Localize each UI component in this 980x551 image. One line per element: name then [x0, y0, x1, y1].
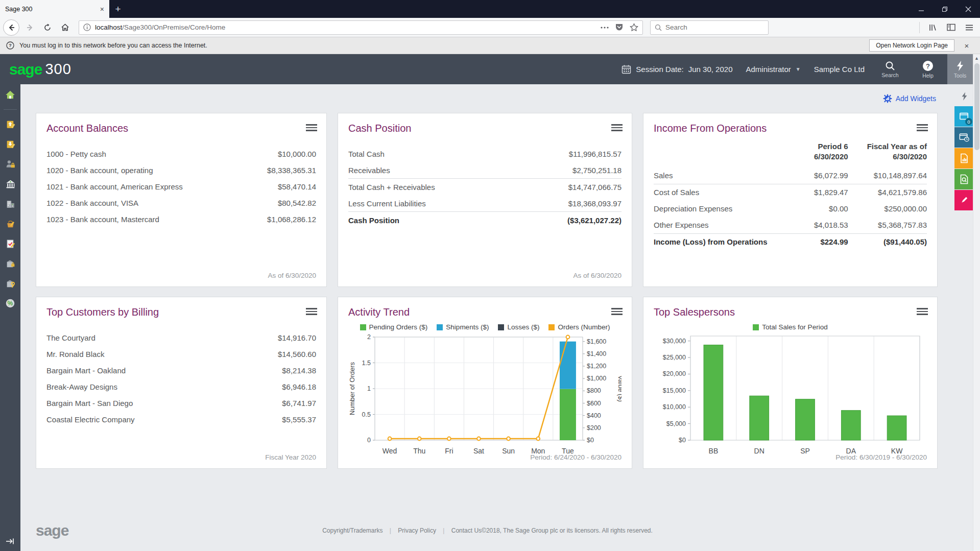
question-circle-icon: ? — [6, 41, 14, 50]
sidebar-toggle-icon[interactable] — [943, 20, 959, 35]
widget-title: Cash Position — [348, 123, 622, 134]
contact-link[interactable]: Contact Us — [451, 527, 482, 534]
open-network-login-button[interactable]: Open Network Login Page — [869, 39, 954, 52]
ledger-down-icon — [5, 139, 16, 150]
svg-text:Value ($): Value ($) — [617, 375, 622, 402]
widget-menu-icon[interactable] — [611, 123, 623, 133]
table-row: Other Expenses$4,018.53$5,368,757.83 — [654, 217, 927, 234]
notification-close-icon[interactable]: × — [960, 41, 974, 50]
check-document-icon — [5, 238, 16, 249]
row-label: Bargain Mart - Oakland — [46, 366, 126, 375]
site-info-icon[interactable] — [83, 23, 91, 31]
bookmark-star-icon[interactable] — [630, 23, 638, 32]
sidebar-item-purchase-orders[interactable] — [5, 278, 16, 289]
page-footer: sage Copyright/Trademarks | Privacy Poli… — [20, 510, 954, 551]
widget-footnote: Period: 6/30/2019 - 6/30/2020 — [835, 453, 927, 461]
search-input[interactable] — [665, 23, 752, 31]
svg-text:$1,200: $1,200 — [587, 363, 606, 370]
svg-text:2: 2 — [367, 333, 371, 341]
row-value: $8,338,365.31 — [267, 166, 316, 175]
url-bar[interactable]: localhost/Sage300/OnPremise/Core/Home — [79, 20, 643, 35]
window-close-button[interactable] — [957, 0, 980, 18]
sidebar-item-order-entry[interactable] — [5, 218, 16, 229]
copyright-link[interactable]: Copyright/Trademarks — [322, 527, 383, 534]
inquiry-button[interactable] — [954, 169, 974, 189]
tab-close-icon[interactable]: × — [100, 5, 104, 13]
sidebar-item-tax-services[interactable]: % — [5, 298, 16, 309]
browser-tab[interactable]: Sage 300 × — [0, 0, 109, 18]
row-fiscal-value: ($91,440.05) — [848, 233, 927, 250]
user-lock-icon — [5, 159, 16, 170]
svg-text:Wed: Wed — [383, 447, 397, 455]
home-button[interactable] — [57, 20, 73, 35]
widget-menu-icon[interactable] — [306, 123, 317, 133]
sidebar-item-approvals[interactable] — [5, 238, 16, 249]
privacy-link[interactable]: Privacy Policy — [398, 527, 436, 534]
scrollbar-thumb[interactable] — [974, 63, 979, 150]
new-tab-button[interactable]: + — [109, 0, 127, 18]
row-label: 1020 - Bank account, operating — [46, 166, 153, 175]
refresh-button[interactable] — [40, 20, 55, 35]
scrollbar-up-arrow[interactable]: ▲ — [973, 54, 980, 62]
page-actions-icon[interactable] — [601, 26, 609, 29]
browser-titlebar: Sage 300 × + — [0, 0, 980, 18]
sidebar-expand-button[interactable] — [0, 538, 20, 545]
widget-menu-icon[interactable] — [917, 306, 928, 317]
svg-text:1.5: 1.5 — [362, 360, 371, 367]
open-windows-button[interactable]: 0 — [954, 106, 974, 127]
back-button[interactable] — [3, 19, 19, 36]
page-scrollbar[interactable]: ▲ — [973, 54, 980, 551]
browser-search-box[interactable] — [650, 20, 769, 35]
window-restore-button[interactable] — [933, 0, 957, 18]
ledger-up-icon — [5, 119, 16, 130]
company-name[interactable]: Sample Co Ltd — [814, 65, 865, 74]
widget-menu-icon[interactable] — [917, 123, 928, 133]
search-icon — [885, 61, 895, 71]
user-menu[interactable]: Administrator ▼ — [746, 65, 801, 74]
sidebar-item-bank-services[interactable] — [5, 178, 16, 189]
forward-button[interactable] — [22, 20, 38, 35]
header-help-button[interactable]: ? Help — [916, 54, 940, 84]
widget-menu-icon[interactable] — [611, 306, 623, 317]
sidebar-item-gl-accounts[interactable] — [5, 138, 16, 150]
header-search-button[interactable]: Search — [878, 54, 902, 84]
session-date-label: Session Date: — [636, 65, 683, 74]
recent-windows-icon — [959, 132, 970, 142]
widget-menu-icon[interactable] — [306, 306, 317, 317]
sidebar-item-home[interactable] — [5, 89, 16, 101]
report-chart-icon — [960, 153, 969, 163]
svg-text:Fri: Fri — [445, 447, 453, 455]
widget-activity-trend: Activity Trend Pending Orders ($)Shipmen… — [338, 297, 632, 469]
widget-footnote: Period: 6/24/2020 - 6/30/2020 — [530, 453, 622, 461]
add-widgets-button[interactable]: Add Widgets — [883, 94, 936, 103]
row-period-value: $6,072.99 — [803, 167, 848, 184]
pocket-icon[interactable] — [615, 23, 624, 32]
sidebar-item-inventory[interactable] — [5, 258, 16, 269]
reports-button[interactable] — [954, 148, 974, 169]
header-tools-button[interactable]: Tools — [947, 54, 973, 84]
svg-text:?: ? — [9, 42, 12, 48]
column-header: Period 66/30/2020 — [803, 141, 848, 167]
legend-label: Pending Orders ($) — [369, 323, 428, 331]
recent-windows-button[interactable] — [954, 127, 974, 148]
sidebar-item-gl-entries[interactable] — [5, 118, 16, 130]
sidebar-item-company[interactable] — [5, 198, 16, 209]
row-value: $14,747,066.75 — [568, 183, 622, 191]
session-date-control[interactable]: Session Date: Jun 30, 2020 — [622, 64, 732, 74]
row-value: $11,996,815.57 — [569, 150, 622, 158]
row-period-value: $1,829.47 — [803, 184, 848, 201]
window-minimize-button[interactable] — [910, 0, 933, 18]
row-label: Income (Loss) from Operations — [654, 233, 803, 250]
svg-text:$10,000: $10,000 — [663, 403, 686, 411]
tools-rail-toggle[interactable] — [954, 87, 974, 106]
legend-swatch — [548, 324, 555, 330]
svg-text:Sat: Sat — [473, 447, 484, 455]
menu-icon[interactable] — [962, 20, 977, 35]
basket-pencil-icon — [5, 219, 16, 229]
sidebar-item-users-security[interactable] — [5, 158, 16, 170]
table-row: Cash Position($3,621,027.22) — [348, 212, 622, 228]
notes-button[interactable] — [954, 190, 974, 210]
svg-text:$5,000: $5,000 — [666, 420, 686, 427]
legend-label: Total Sales for Period — [762, 323, 827, 331]
library-icon[interactable] — [925, 20, 940, 35]
